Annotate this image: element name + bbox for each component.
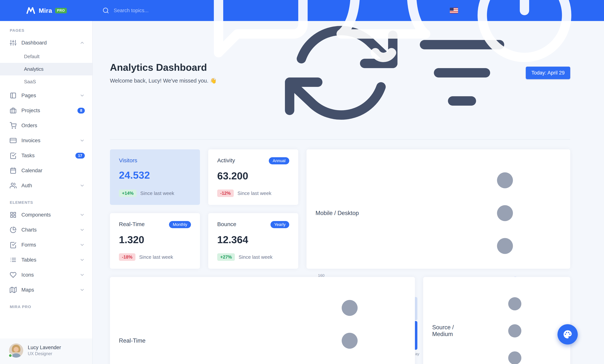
sidebar-item-label: Components xyxy=(21,212,51,218)
sidebar-item-label: Forms xyxy=(21,242,36,248)
sidebar-item-label: Pages xyxy=(21,92,36,99)
sidebar-item-projects[interactable]: Projects8 xyxy=(0,103,92,118)
avatar xyxy=(9,343,23,358)
sidebar-section-label: ELEMENTS xyxy=(0,193,92,207)
date-range-button[interactable]: Today: April 29 xyxy=(526,67,570,79)
more-vertical-icon xyxy=(449,157,561,269)
search-icon xyxy=(102,7,109,14)
power-icon xyxy=(468,0,581,67)
mira-logo-icon xyxy=(26,6,36,15)
card-menu-button[interactable] xyxy=(449,157,561,269)
list-icon xyxy=(10,256,16,263)
card-menu-button[interactable] xyxy=(293,284,406,364)
sidebar-item-label: Calendar xyxy=(21,168,42,174)
period-badge: Monthly xyxy=(169,221,191,228)
messages-button[interactable]: 3 xyxy=(204,0,317,67)
brand[interactable]: Mira PRO xyxy=(0,6,93,15)
realtime-map-card: Real-Time + − xyxy=(110,277,415,364)
sidebar-item-auth[interactable]: Auth xyxy=(0,178,92,193)
sidebar-item-pages[interactable]: Pages xyxy=(0,88,92,103)
welcome-text: Welcome back, Lucy! We've missed you. 👋 xyxy=(110,77,217,84)
period-badge: Annual xyxy=(269,157,289,164)
chevron-down-icon xyxy=(79,227,85,232)
online-status-dot xyxy=(8,353,13,358)
stat-note: Since last week xyxy=(239,254,273,260)
shopping-cart-icon xyxy=(10,122,16,129)
card-menu-button[interactable] xyxy=(468,284,561,364)
sidebar-subitem-default[interactable]: Default xyxy=(0,50,92,63)
sidebar-item-label: Tables xyxy=(21,257,36,263)
calendar-icon xyxy=(10,167,16,174)
sidebar-user[interactable]: Lucy Lavender UX Designer xyxy=(0,339,92,364)
sidebar-item-label: Orders xyxy=(21,123,37,128)
sidebar-item-tasks[interactable]: Tasks17 xyxy=(0,148,92,163)
app: Mira PRO 3 7 PAGESDashboardDefaul xyxy=(0,0,604,364)
sidebar-item-icons[interactable]: Icons xyxy=(0,267,92,282)
sidebar-item-calendar[interactable]: Calendar xyxy=(0,163,92,178)
stat-value: 24.532 xyxy=(119,169,191,181)
delta-badge: -12% xyxy=(217,189,234,197)
sign-out-button[interactable] xyxy=(468,0,581,67)
us-flag-icon xyxy=(450,8,458,13)
bottom-grid: Real-Time + − xyxy=(110,277,570,364)
briefcase-icon xyxy=(10,107,16,114)
sidebar-item-label: Maps xyxy=(21,287,34,293)
chevron-down-icon xyxy=(79,242,85,248)
stat-note: Since last week xyxy=(139,254,173,260)
chevron-down-icon xyxy=(79,272,85,277)
realtime-stat-card: Real-Time Monthly 1.320 -18% Since last … xyxy=(110,213,200,269)
check-square-icon xyxy=(10,152,16,159)
sidebar-item-charts[interactable]: Charts xyxy=(0,222,92,237)
visitors-card: Visitors 24.532 +14% Since last week xyxy=(110,149,200,205)
chevron-down-icon xyxy=(79,183,85,188)
heart-icon xyxy=(10,272,16,278)
stat-title: Bounce xyxy=(217,221,236,227)
theme-settings-fab[interactable] xyxy=(557,324,578,344)
chevron-down-icon xyxy=(79,257,85,263)
sidebar-subitem-analytics[interactable]: Analytics xyxy=(0,63,92,75)
sidebar-item-maps[interactable]: Maps xyxy=(0,282,92,297)
activity-card: Activity Annual 63.200 -12% Since last w… xyxy=(208,149,298,205)
stats-grid: Visitors 24.532 +14% Since last week Act… xyxy=(110,149,570,269)
notifications-button[interactable]: 7 xyxy=(327,0,440,67)
sidebar-item-tables[interactable]: Tables xyxy=(0,252,92,267)
sidebar-item-label: Icons xyxy=(21,272,34,278)
stat-value: 63.200 xyxy=(217,170,289,182)
sidebar-item-components[interactable]: Components xyxy=(0,207,92,222)
stat-title: Activity xyxy=(217,157,235,163)
sidebar-subitem-saas[interactable]: SaaS xyxy=(0,75,92,88)
navbar-actions: 3 7 xyxy=(204,0,604,67)
delta-badge: -18% xyxy=(119,253,135,261)
sidebar-item-label: Auth xyxy=(21,183,32,188)
sidebar-item-orders[interactable]: Orders xyxy=(0,118,92,133)
language-button[interactable] xyxy=(450,8,458,13)
user-name: Lucy Lavender xyxy=(28,345,61,351)
sidebar-item-label: Charts xyxy=(21,227,37,233)
stat-value: 12.364 xyxy=(217,234,289,245)
chevron-down-icon xyxy=(79,212,85,217)
stat-note: Since last week xyxy=(238,190,271,196)
delta-badge: +14% xyxy=(119,189,137,197)
chevron-down-icon xyxy=(79,287,85,292)
sidebar-item-invoices[interactable]: Invoices xyxy=(0,133,92,148)
pro-badge: PRO xyxy=(55,8,67,13)
sidebar-item-label: Invoices xyxy=(21,138,40,144)
delta-badge: +27% xyxy=(217,253,235,261)
top-navbar: Mira PRO 3 7 xyxy=(0,0,604,21)
user-role: UX Designer xyxy=(28,351,61,356)
chevron-down-icon xyxy=(79,93,85,98)
stat-value: 1.320 xyxy=(119,234,191,245)
sidebar-item-label: Projects xyxy=(21,108,40,113)
sidebar-item-label: Tasks xyxy=(21,152,35,159)
sidebar-section-label: MIRA PRO xyxy=(0,297,92,312)
more-vertical-icon xyxy=(293,284,406,364)
search-input[interactable] xyxy=(113,7,195,14)
stat-title: Visitors xyxy=(119,157,137,163)
card-title: Mobile / Desktop xyxy=(315,210,359,216)
sidebar-item-dashboard[interactable]: Dashboard xyxy=(0,35,92,50)
page-title: Analytics Dashboard xyxy=(110,62,217,73)
sidebar-item-forms[interactable]: Forms xyxy=(0,237,92,252)
grid-icon xyxy=(10,212,16,218)
map-icon xyxy=(10,287,16,293)
brand-name: Mira xyxy=(39,7,52,14)
